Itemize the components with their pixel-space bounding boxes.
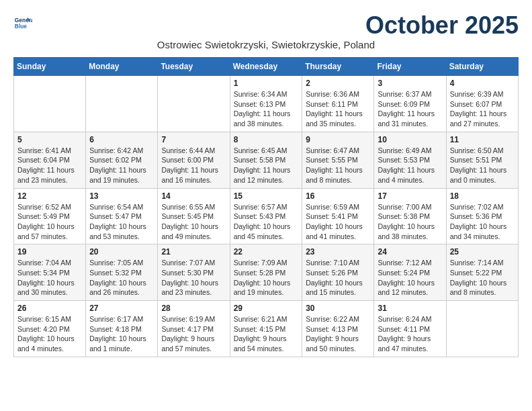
- calendar-cell: 8Sunrise: 6:45 AM Sunset: 5:58 PM Daylig…: [230, 132, 302, 188]
- day-info: Sunrise: 6:47 AM Sunset: 5:55 PM Dayligh…: [306, 146, 370, 185]
- day-number: 29: [234, 304, 299, 313]
- day-info: Sunrise: 6:54 AM Sunset: 5:47 PM Dayligh…: [89, 202, 154, 242]
- day-number: 26: [17, 304, 82, 313]
- day-info: Sunrise: 7:12 AM Sunset: 5:24 PM Dayligh…: [378, 258, 442, 298]
- calendar-cell: 30Sunrise: 6:22 AM Sunset: 4:13 PM Dayli…: [302, 301, 374, 357]
- day-number: 1: [234, 79, 299, 88]
- day-number: 28: [161, 304, 226, 313]
- weekday-header-friday: Friday: [374, 58, 446, 76]
- day-info: Sunrise: 7:02 AM Sunset: 5:36 PM Dayligh…: [450, 202, 515, 242]
- day-number: 5: [17, 135, 82, 144]
- day-info: Sunrise: 6:36 AM Sunset: 6:11 PM Dayligh…: [306, 89, 370, 129]
- day-number: 9: [306, 135, 370, 144]
- weekday-header-sunday: Sunday: [14, 58, 86, 76]
- day-info: Sunrise: 6:37 AM Sunset: 6:09 PM Dayligh…: [378, 89, 442, 129]
- day-number: 19: [17, 247, 82, 257]
- day-info: Sunrise: 7:09 AM Sunset: 5:28 PM Dayligh…: [234, 258, 299, 298]
- day-number: 17: [378, 191, 442, 201]
- day-info: Sunrise: 6:15 AM Sunset: 4:20 PM Dayligh…: [17, 314, 82, 354]
- calendar-cell: 5Sunrise: 6:41 AM Sunset: 6:04 PM Daylig…: [14, 132, 86, 188]
- day-number: 7: [161, 135, 226, 144]
- day-info: Sunrise: 6:19 AM Sunset: 4:17 PM Dayligh…: [161, 314, 226, 354]
- day-info: Sunrise: 6:22 AM Sunset: 4:13 PM Dayligh…: [306, 314, 370, 354]
- weekday-header-tuesday: Tuesday: [158, 58, 230, 76]
- day-number: 21: [161, 247, 226, 257]
- day-info: Sunrise: 6:49 AM Sunset: 5:53 PM Dayligh…: [378, 146, 442, 185]
- day-number: 2: [306, 79, 370, 88]
- day-number: 16: [306, 191, 370, 201]
- calendar-cell: 7Sunrise: 6:44 AM Sunset: 6:00 PM Daylig…: [158, 132, 230, 188]
- calendar-cell: [446, 301, 518, 357]
- calendar-cell: 19Sunrise: 7:04 AM Sunset: 5:34 PM Dayli…: [14, 244, 86, 301]
- day-number: 11: [450, 135, 515, 144]
- calendar-cell: 25Sunrise: 7:14 AM Sunset: 5:22 PM Dayli…: [446, 244, 518, 301]
- month-title: October 2025: [365, 13, 519, 38]
- day-number: 4: [450, 79, 515, 88]
- calendar-cell: 21Sunrise: 7:07 AM Sunset: 5:30 PM Dayli…: [158, 244, 230, 301]
- calendar-cell: 22Sunrise: 7:09 AM Sunset: 5:28 PM Dayli…: [230, 244, 302, 301]
- calendar-cell: 12Sunrise: 6:52 AM Sunset: 5:49 PM Dayli…: [14, 188, 86, 244]
- day-info: Sunrise: 6:44 AM Sunset: 6:00 PM Dayligh…: [161, 146, 226, 185]
- day-number: 15: [234, 191, 299, 201]
- day-number: 8: [234, 135, 299, 144]
- calendar-cell: 1Sunrise: 6:34 AM Sunset: 6:13 PM Daylig…: [230, 76, 302, 132]
- weekday-header-saturday: Saturday: [446, 58, 518, 76]
- svg-text:Blue: Blue: [15, 23, 27, 30]
- day-info: Sunrise: 7:07 AM Sunset: 5:30 PM Dayligh…: [161, 258, 226, 298]
- day-number: 10: [378, 135, 442, 144]
- calendar-cell: 20Sunrise: 7:05 AM Sunset: 5:32 PM Dayli…: [86, 244, 158, 301]
- day-number: 25: [450, 247, 515, 257]
- calendar-cell: 24Sunrise: 7:12 AM Sunset: 5:24 PM Dayli…: [374, 244, 446, 301]
- calendar-cell: 2Sunrise: 6:36 AM Sunset: 6:11 PM Daylig…: [302, 76, 374, 132]
- day-info: Sunrise: 6:41 AM Sunset: 6:04 PM Dayligh…: [17, 146, 82, 185]
- calendar-cell: 28Sunrise: 6:19 AM Sunset: 4:17 PM Dayli…: [158, 301, 230, 357]
- day-number: 31: [378, 304, 442, 313]
- day-info: Sunrise: 6:21 AM Sunset: 4:15 PM Dayligh…: [234, 314, 299, 354]
- day-number: 24: [378, 247, 442, 257]
- day-info: Sunrise: 6:39 AM Sunset: 6:07 PM Dayligh…: [450, 89, 515, 129]
- day-info: Sunrise: 6:24 AM Sunset: 4:11 PM Dayligh…: [378, 314, 442, 354]
- calendar-cell: 9Sunrise: 6:47 AM Sunset: 5:55 PM Daylig…: [302, 132, 374, 188]
- calendar-cell: 29Sunrise: 6:21 AM Sunset: 4:15 PM Dayli…: [230, 301, 302, 357]
- day-number: 20: [89, 247, 154, 257]
- day-info: Sunrise: 7:14 AM Sunset: 5:22 PM Dayligh…: [450, 258, 515, 298]
- day-info: Sunrise: 6:50 AM Sunset: 5:51 PM Dayligh…: [450, 146, 515, 185]
- day-info: Sunrise: 7:00 AM Sunset: 5:38 PM Dayligh…: [378, 202, 442, 242]
- calendar-cell: 10Sunrise: 6:49 AM Sunset: 5:53 PM Dayli…: [374, 132, 446, 188]
- day-number: 3: [378, 79, 442, 88]
- day-number: 14: [161, 191, 226, 201]
- location-title: Ostrowiec Swietokrzyski, Swietokrzyskie,…: [13, 39, 519, 50]
- calendar-cell: 23Sunrise: 7:10 AM Sunset: 5:26 PM Dayli…: [302, 244, 374, 301]
- calendar-cell: 11Sunrise: 6:50 AM Sunset: 5:51 PM Dayli…: [446, 132, 518, 188]
- calendar-cell: 27Sunrise: 6:17 AM Sunset: 4:18 PM Dayli…: [86, 301, 158, 357]
- logo: General Blue: [13, 13, 35, 32]
- calendar-cell: 6Sunrise: 6:42 AM Sunset: 6:02 PM Daylig…: [86, 132, 158, 188]
- calendar-cell: 13Sunrise: 6:54 AM Sunset: 5:47 PM Dayli…: [86, 188, 158, 244]
- calendar-cell: 16Sunrise: 6:59 AM Sunset: 5:41 PM Dayli…: [302, 188, 374, 244]
- day-number: 13: [89, 191, 154, 201]
- day-info: Sunrise: 7:10 AM Sunset: 5:26 PM Dayligh…: [306, 258, 370, 298]
- day-info: Sunrise: 6:42 AM Sunset: 6:02 PM Dayligh…: [89, 146, 154, 185]
- day-info: Sunrise: 6:34 AM Sunset: 6:13 PM Dayligh…: [234, 89, 299, 129]
- weekday-header-wednesday: Wednesday: [230, 58, 302, 76]
- day-number: 22: [234, 247, 299, 257]
- day-info: Sunrise: 6:55 AM Sunset: 5:45 PM Dayligh…: [161, 202, 226, 242]
- weekday-header-monday: Monday: [86, 58, 158, 76]
- logo-icon: General Blue: [13, 13, 32, 32]
- calendar-cell: 18Sunrise: 7:02 AM Sunset: 5:36 PM Dayli…: [446, 188, 518, 244]
- day-number: 30: [306, 304, 370, 313]
- day-info: Sunrise: 6:59 AM Sunset: 5:41 PM Dayligh…: [306, 202, 370, 242]
- day-info: Sunrise: 7:04 AM Sunset: 5:34 PM Dayligh…: [17, 258, 82, 298]
- day-info: Sunrise: 6:57 AM Sunset: 5:43 PM Dayligh…: [234, 202, 299, 242]
- day-info: Sunrise: 6:45 AM Sunset: 5:58 PM Dayligh…: [234, 146, 299, 185]
- calendar-table: SundayMondayTuesdayWednesdayThursdayFrid…: [13, 57, 519, 357]
- day-number: 27: [89, 304, 154, 313]
- day-number: 12: [17, 191, 82, 201]
- calendar-cell: 15Sunrise: 6:57 AM Sunset: 5:43 PM Dayli…: [230, 188, 302, 244]
- day-info: Sunrise: 6:52 AM Sunset: 5:49 PM Dayligh…: [17, 202, 82, 242]
- day-info: Sunrise: 6:17 AM Sunset: 4:18 PM Dayligh…: [89, 314, 154, 354]
- calendar-cell: 4Sunrise: 6:39 AM Sunset: 6:07 PM Daylig…: [446, 76, 518, 132]
- calendar-cell: [158, 76, 230, 132]
- calendar-cell: 31Sunrise: 6:24 AM Sunset: 4:11 PM Dayli…: [374, 301, 446, 357]
- calendar-cell: 14Sunrise: 6:55 AM Sunset: 5:45 PM Dayli…: [158, 188, 230, 244]
